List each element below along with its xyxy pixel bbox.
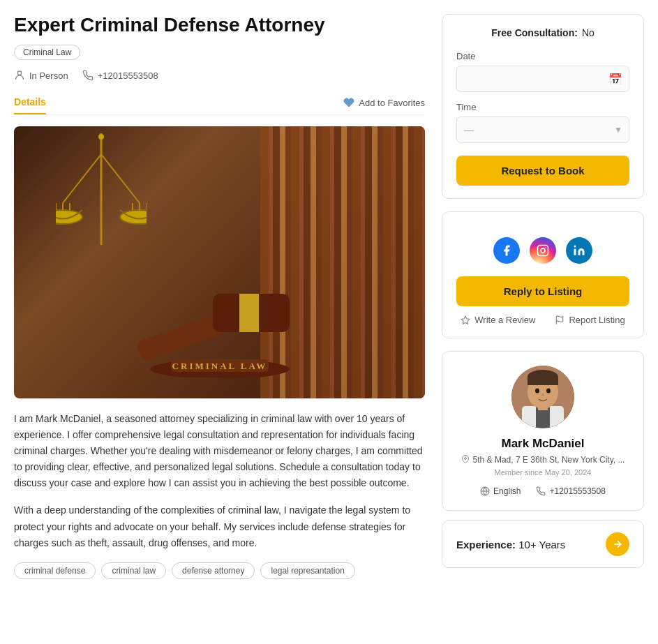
report-listing-label: Report Listing bbox=[569, 315, 625, 325]
add-favorites-label: Add to Favorites bbox=[359, 98, 425, 108]
tag-item[interactable]: legal represantation bbox=[260, 562, 354, 579]
calendar-icon: 📅 bbox=[608, 73, 622, 86]
free-consultation-label: Free Consultation: bbox=[491, 27, 578, 38]
arrow-right-icon bbox=[612, 539, 623, 550]
time-select[interactable]: — 09:00 AM 10:00 AM 11:00 AM 02:00 PM 03… bbox=[456, 117, 629, 143]
experience-text: Experience: 10+ Years bbox=[456, 539, 565, 551]
tag-item[interactable]: criminal defense bbox=[14, 562, 96, 579]
scales-svg bbox=[56, 133, 147, 273]
svg-point-6 bbox=[98, 134, 104, 140]
facebook-icon bbox=[500, 244, 513, 257]
phone-icon bbox=[82, 70, 94, 81]
action-links: Write a Review Report Listing bbox=[456, 315, 629, 325]
experience-card: Experience: 10+ Years bbox=[442, 521, 644, 568]
address-text: 5th & Mad, 7 E 36th St, New York City, .… bbox=[473, 455, 625, 465]
linkedin-icon bbox=[573, 244, 585, 257]
reply-to-listing-button[interactable]: Reply to Listing bbox=[456, 276, 629, 306]
free-consultation-value: No bbox=[582, 27, 595, 38]
social-actions-card: Reply to Listing Write a Review Report L… bbox=[442, 211, 644, 338]
time-field-group: Time — 09:00 AM 10:00 AM 11:00 AM 02:00 … bbox=[456, 102, 629, 143]
phone-icon-profile bbox=[536, 486, 546, 496]
svg-point-34 bbox=[546, 389, 551, 394]
svg-rect-19 bbox=[538, 246, 548, 256]
mode-label: In Person bbox=[29, 70, 68, 81]
write-review-button[interactable]: Write a Review bbox=[461, 315, 535, 325]
mode-item: In Person bbox=[14, 70, 68, 81]
svg-point-23 bbox=[574, 246, 576, 248]
request-to-book-button[interactable]: Request to Book bbox=[456, 156, 629, 186]
profile-card: Mark McDaniel 5th & Mad, 7 E 36th St, Ne… bbox=[442, 351, 644, 511]
write-review-label: Write a Review bbox=[474, 315, 535, 325]
heart-icon bbox=[343, 97, 354, 108]
experience-label: Experience: bbox=[456, 539, 516, 551]
contact-phone-item: +12015553508 bbox=[536, 486, 605, 496]
tag-item[interactable]: criminal law bbox=[101, 562, 166, 579]
booking-card: Free Consultation: No Date 📅 Time — 09:0… bbox=[442, 14, 644, 199]
meta-row: In Person +12015553508 bbox=[14, 70, 425, 81]
person-icon bbox=[14, 70, 25, 81]
time-select-wrap: — 09:00 AM 10:00 AM 11:00 AM 02:00 PM 03… bbox=[456, 117, 629, 143]
svg-point-36 bbox=[464, 458, 466, 460]
report-listing-button[interactable]: Report Listing bbox=[555, 315, 625, 325]
language-label: English bbox=[493, 486, 521, 496]
tabs-row: Details Add to Favorites bbox=[14, 91, 425, 115]
social-row bbox=[456, 237, 629, 264]
flag-icon bbox=[555, 315, 564, 325]
description-1: I am Mark McDaniel, a seasoned attorney … bbox=[14, 411, 425, 491]
gavel-svg: CRIMINAL LAW bbox=[129, 280, 311, 377]
date-label: Date bbox=[456, 51, 629, 61]
profile-meta-row: English +12015553508 bbox=[456, 486, 629, 496]
star-icon bbox=[461, 315, 470, 325]
linkedin-button[interactable] bbox=[566, 237, 592, 264]
svg-marker-24 bbox=[461, 316, 470, 324]
profile-address: 5th & Mad, 7 E 36th St, New York City, .… bbox=[456, 455, 629, 465]
svg-rect-22 bbox=[574, 249, 576, 255]
date-field-group: Date 📅 bbox=[456, 51, 629, 92]
facebook-button[interactable] bbox=[493, 237, 520, 264]
time-label: Time bbox=[456, 102, 629, 112]
listing-title: Expert Criminal Defense Attorney bbox=[14, 14, 425, 36]
listing-image: CRIMINAL LAW bbox=[14, 126, 425, 398]
avatar-image bbox=[511, 366, 574, 428]
svg-point-5 bbox=[120, 210, 147, 224]
avatar bbox=[511, 366, 574, 428]
svg-point-21 bbox=[545, 247, 546, 248]
profile-member-since: Member since May 20, 2024 bbox=[456, 468, 629, 477]
language-item: English bbox=[480, 486, 521, 496]
chevron-down-icon: ▼ bbox=[614, 125, 622, 135]
instagram-icon bbox=[537, 244, 549, 257]
experience-arrow-button[interactable] bbox=[606, 532, 629, 556]
svg-line-2 bbox=[63, 154, 101, 203]
phone-item: +12015553508 bbox=[82, 70, 158, 81]
instagram-button[interactable] bbox=[530, 237, 556, 264]
profile-name: Mark McDaniel bbox=[456, 437, 629, 451]
date-input[interactable] bbox=[456, 66, 629, 92]
contact-phone-label: +12015553508 bbox=[549, 486, 605, 496]
svg-line-3 bbox=[101, 154, 140, 203]
svg-point-0 bbox=[17, 71, 21, 75]
phone-label: +12015553508 bbox=[98, 70, 158, 81]
tag-item[interactable]: defense attorney bbox=[172, 562, 255, 579]
location-icon bbox=[461, 455, 470, 463]
experience-value: 10+ Years bbox=[518, 539, 565, 551]
tags-row: criminal defensecriminal lawdefense atto… bbox=[14, 562, 425, 579]
tab-details[interactable]: Details bbox=[14, 91, 46, 114]
description-2: With a deep understanding of the complex… bbox=[14, 502, 425, 551]
add-favorites-button[interactable]: Add to Favorites bbox=[343, 97, 425, 108]
category-tag[interactable]: Criminal Law bbox=[14, 45, 80, 60]
svg-point-4 bbox=[56, 210, 82, 224]
profile-portrait bbox=[511, 366, 574, 428]
svg-rect-32 bbox=[528, 377, 558, 385]
svg-point-35 bbox=[541, 394, 544, 397]
globe-icon bbox=[480, 486, 490, 496]
svg-rect-15 bbox=[239, 294, 259, 332]
date-input-wrap: 📅 bbox=[456, 66, 629, 92]
svg-text:CRIMINAL LAW: CRIMINAL LAW bbox=[172, 361, 267, 371]
svg-point-33 bbox=[535, 389, 539, 394]
svg-point-20 bbox=[541, 248, 545, 253]
free-consultation-row: Free Consultation: No bbox=[456, 27, 629, 38]
